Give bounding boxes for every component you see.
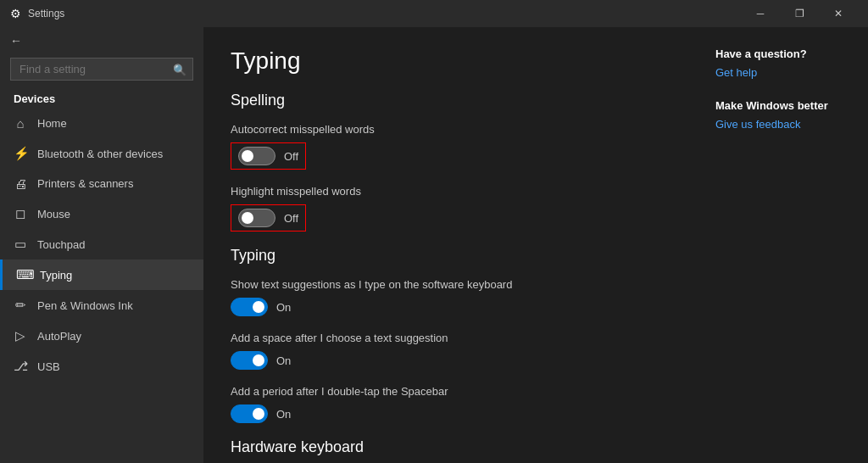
show-suggestions-row: On — [231, 298, 671, 316]
highlight-track — [238, 209, 275, 227]
settings-icon: ⚙ — [10, 7, 21, 20]
sidebar-item-bluetooth[interactable]: ⚡ Bluetooth & other devices — [0, 138, 203, 169]
search-container: 🔍 — [10, 58, 193, 81]
show-suggestions-setting: Show text suggestions as I type on the s… — [231, 278, 671, 316]
add-space-track — [231, 351, 268, 370]
printer-icon: 🖨 — [14, 176, 27, 191]
add-period-thumb — [253, 408, 264, 420]
add-period-state: On — [276, 408, 291, 421]
pen-icon: ✏ — [14, 298, 27, 313]
sidebar-label-pen: Pen & Windows Ink — [37, 299, 133, 312]
sidebar-item-mouse[interactable]: ◻ Mouse — [0, 198, 203, 229]
show-suggestions-thumb — [253, 301, 264, 313]
sidebar-section-title: Devices — [0, 87, 203, 109]
add-space-setting: Add a space after I choose a text sugges… — [231, 332, 671, 370]
back-icon: ← — [10, 34, 22, 47]
add-period-track — [231, 404, 268, 423]
title-bar-left: ⚙ Settings — [10, 7, 64, 20]
highlight-thumb — [242, 212, 253, 224]
usb-icon: ⎇ — [14, 359, 27, 374]
sidebar-item-autoplay[interactable]: ▷ AutoPlay — [0, 321, 203, 351]
sidebar-label-printers: Printers & scanners — [37, 177, 133, 190]
sidebar-label-mouse: Mouse — [37, 208, 70, 220]
add-space-toggle[interactable] — [231, 351, 268, 370]
autocorrect-track — [238, 147, 275, 165]
highlight-toggle[interactable] — [238, 209, 275, 227]
autoplay-icon: ▷ — [14, 328, 27, 343]
minimize-button[interactable]: ─ — [741, 0, 780, 27]
search-icon: 🔍 — [173, 63, 186, 75]
sidebar-label-touchpad: Touchpad — [37, 238, 85, 251]
add-period-setting: Add a period after I double-tap the Spac… — [231, 385, 671, 423]
show-suggestions-toggle[interactable] — [231, 298, 268, 316]
sidebar-label-home: Home — [37, 117, 67, 130]
feedback-section: Make Windows better Give us feedback — [715, 99, 851, 131]
highlight-setting: Highlight misspelled words Off — [231, 185, 671, 232]
sidebar-item-pen[interactable]: ✏ Pen & Windows Ink — [0, 290, 203, 321]
highlight-label: Highlight misspelled words — [231, 185, 671, 198]
sidebar-label-autoplay: AutoPlay — [37, 330, 81, 343]
sidebar-item-typing[interactable]: ⌨ Typing — [0, 259, 203, 290]
autocorrect-state: Off — [284, 150, 298, 163]
title-bar-controls: ─ ❐ ✕ — [741, 0, 858, 27]
feedback-link[interactable]: Give us feedback — [715, 118, 800, 131]
show-suggestions-track — [231, 298, 268, 316]
sidebar-label-usb: USB — [37, 360, 60, 373]
autocorrect-label: Autocorrect misspelled words — [231, 123, 671, 136]
add-space-label: Add a space after I choose a text sugges… — [231, 332, 671, 344]
home-icon: ⌂ — [14, 116, 27, 131]
typing-icon: ⌨ — [16, 267, 30, 282]
app-body: ← 🔍 Devices ⌂ Home ⚡ Bluetooth & other d… — [0, 27, 868, 463]
sidebar-item-home[interactable]: ⌂ Home — [0, 109, 203, 138]
windows-title: Make Windows better — [715, 99, 851, 112]
back-button[interactable]: ← — [0, 27, 203, 54]
add-period-label: Add a period after I double-tap the Spac… — [231, 385, 671, 398]
mouse-icon: ◻ — [14, 206, 27, 221]
touchpad-icon: ▭ — [14, 237, 27, 252]
page-title: Typing — [231, 47, 671, 75]
search-input[interactable] — [10, 58, 193, 81]
sidebar-label-typing: Typing — [40, 269, 72, 282]
sidebar: ← 🔍 Devices ⌂ Home ⚡ Bluetooth & other d… — [0, 27, 203, 463]
show-suggestions-state: On — [276, 301, 291, 314]
sidebar-item-touchpad[interactable]: ▭ Touchpad — [0, 229, 203, 259]
right-panel: Have a question? Get help Make Windows b… — [698, 27, 868, 463]
hardware-section-title: Hardware keyboard — [231, 438, 671, 456]
close-button[interactable]: ✕ — [819, 0, 858, 27]
sidebar-label-bluetooth: Bluetooth & other devices — [37, 148, 163, 160]
restore-button[interactable]: ❐ — [780, 0, 819, 27]
spelling-section-title: Spelling — [231, 92, 671, 109]
autocorrect-thumb — [242, 150, 253, 162]
sidebar-item-usb[interactable]: ⎇ USB — [0, 351, 203, 382]
highlight-state: Off — [284, 212, 298, 225]
sidebar-item-printers[interactable]: 🖨 Printers & scanners — [0, 169, 203, 198]
add-space-thumb — [253, 354, 264, 366]
typing-section-title: Typing — [231, 247, 671, 265]
autocorrect-toggle-row: Off — [231, 142, 306, 170]
show-suggestions-label: Show text suggestions as I type on the s… — [231, 278, 671, 291]
highlight-toggle-row: Off — [231, 204, 306, 232]
title-bar: ⚙ Settings ─ ❐ ✕ — [0, 0, 868, 27]
add-period-row: On — [231, 404, 671, 423]
main-content: Typing Spelling Autocorrect misspelled w… — [203, 27, 698, 463]
question-title: Have a question? — [715, 47, 851, 60]
add-space-row: On — [231, 351, 671, 370]
title-bar-title: Settings — [28, 8, 64, 20]
add-period-toggle[interactable] — [231, 404, 268, 423]
autocorrect-setting: Autocorrect misspelled words Off — [231, 123, 671, 170]
get-help-link[interactable]: Get help — [715, 66, 757, 79]
autocorrect-toggle[interactable] — [238, 147, 275, 165]
bluetooth-icon: ⚡ — [14, 146, 27, 161]
add-space-state: On — [276, 354, 291, 367]
help-section: Have a question? Get help — [715, 47, 851, 79]
